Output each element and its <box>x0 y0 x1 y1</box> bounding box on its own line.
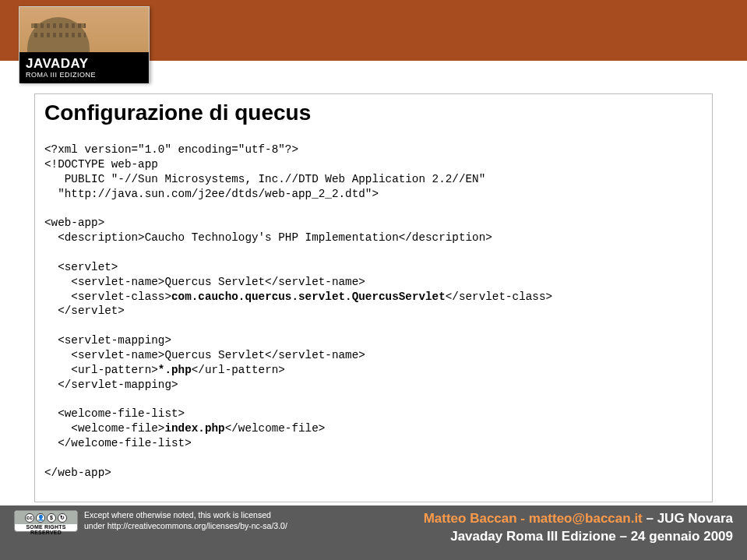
slide-title: Configurazione di quecus <box>44 100 703 125</box>
nc-icon: $ <box>47 513 56 523</box>
slide-content: Configurazione di quecus <?xml version="… <box>34 93 713 502</box>
event-line: Javaday Roma III Edizione – 24 gennaio 2… <box>424 528 733 546</box>
footer-right: Matteo Baccan - matteo@baccan.it – JUG N… <box>424 510 733 546</box>
event-logo: JAVADAY ROMA III EDIZIONE <box>19 6 150 83</box>
cc-text: SOME RIGHTS RESERVED <box>15 524 77 535</box>
by-icon: 👤 <box>36 513 45 523</box>
cc-license-badge: cc 👤 $ ↻ SOME RIGHTS RESERVED <box>14 510 78 532</box>
logo-text-block: JAVADAY ROMA III EDIZIONE <box>19 52 149 83</box>
cc-icon: cc <box>25 513 34 523</box>
logo-photo <box>19 7 149 52</box>
cc-icons: cc 👤 $ ↻ <box>15 511 77 524</box>
colosseum-icon <box>27 17 90 52</box>
author-line: Matteo Baccan - matteo@baccan.it – JUG N… <box>424 510 733 528</box>
license-text: Except where otherwise noted, this work … <box>84 510 287 531</box>
logo-sub-text: ROMA III EDIZIONE <box>26 71 96 79</box>
code-block: <?xml version="1.0" encoding="utf-8"?> <… <box>44 143 703 481</box>
footer-bar: cc 👤 $ ↻ SOME RIGHTS RESERVED Except whe… <box>0 505 747 560</box>
footer-left: cc 👤 $ ↻ SOME RIGHTS RESERVED Except whe… <box>14 510 424 532</box>
sa-icon: ↻ <box>58 513 67 523</box>
logo-main-text: JAVADAY <box>26 57 89 70</box>
